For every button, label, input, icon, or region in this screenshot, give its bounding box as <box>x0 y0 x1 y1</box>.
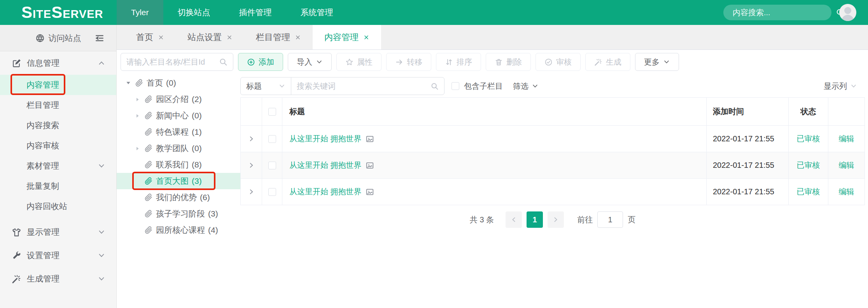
search-icon[interactable] <box>430 82 439 90</box>
caret-right-icon[interactable] <box>135 113 140 119</box>
content-title-link[interactable]: 从这里开始 拥抱世界 <box>289 134 374 144</box>
close-icon[interactable] <box>226 34 233 40</box>
field-select[interactable]: 标题 <box>241 77 291 95</box>
row-title-cell: 从这里开始 拥抱世界 <box>282 152 707 178</box>
sidebar: 访问站点 信息管理 内容管理 栏目管理 内容搜索 内容审核 素材管理 <box>0 25 117 308</box>
row-checkbox[interactable] <box>268 162 276 169</box>
nav-item-tyler[interactable]: Tyler <box>117 0 163 25</box>
status-badge[interactable]: 已审核 <box>797 160 820 171</box>
tab-content-management[interactable]: 内容管理 <box>313 25 381 49</box>
close-icon[interactable] <box>363 34 369 40</box>
tree-item-featured-courses[interactable]: 特色课程 (1) <box>117 124 240 140</box>
attribute-button[interactable]: 属性 <box>336 53 382 71</box>
row-expand-cell[interactable] <box>241 152 262 178</box>
close-icon[interactable] <box>158 34 164 40</box>
row-checkbox[interactable] <box>268 188 276 196</box>
sidebar-item-content-management[interactable]: 内容管理 <box>0 75 116 95</box>
edit-link[interactable]: 编辑 <box>839 187 854 197</box>
expand-header-cell <box>241 98 262 125</box>
generate-button[interactable]: 生成 <box>585 53 630 71</box>
row-checkbox[interactable] <box>268 135 276 143</box>
arrow-right-icon <box>395 58 403 66</box>
status-badge[interactable]: 已审核 <box>797 134 820 144</box>
paperclip-icon <box>145 144 152 152</box>
transfer-button[interactable]: 转移 <box>386 53 431 71</box>
tab-home[interactable]: 首页 <box>124 25 176 49</box>
tree-item-contact-us[interactable]: 联系我们 (8) <box>117 157 240 173</box>
channel-tree: 首页 (0) 园区介绍 (2) 新闻中心 (0) <box>117 74 240 308</box>
edit-link[interactable]: 编辑 <box>839 134 854 144</box>
content-area: 首页 (0) 园区介绍 (2) 新闻中心 (0) <box>117 74 868 308</box>
edit-link[interactable]: 编辑 <box>839 160 854 171</box>
sidebar-item-content-recycle-bin[interactable]: 内容回收站 <box>0 196 116 216</box>
tree-item-our-advantages[interactable]: 我们的优势 (6) <box>117 189 240 206</box>
tree-item-learning-stages[interactable]: 孩子学习阶段 (3) <box>117 206 240 222</box>
sidebar-item-batch-copy[interactable]: 批量复制 <box>0 176 116 196</box>
tree-item-label: 孩子学习阶段 <box>156 208 205 219</box>
close-icon[interactable] <box>295 34 301 40</box>
nav-item-system-management[interactable]: 系统管理 <box>286 0 348 25</box>
content-title-link[interactable]: 从这里开始 拥抱世界 <box>289 160 374 171</box>
caret-right-icon[interactable] <box>135 146 140 151</box>
delete-button[interactable]: 删除 <box>486 53 531 71</box>
total-count-label: 共 3 条 <box>470 215 494 225</box>
prev-page-button[interactable] <box>506 211 522 228</box>
nav-item-plugin-management[interactable]: 插件管理 <box>225 0 286 25</box>
chevron-right-icon[interactable] <box>248 135 255 143</box>
goto-page-input[interactable] <box>597 211 623 228</box>
display-columns-dropdown[interactable]: 显示列 <box>824 81 857 92</box>
sidebar-item-display-management[interactable]: 显示管理 <box>0 220 116 244</box>
generate-label: 生成 <box>606 57 621 67</box>
import-button[interactable]: 导入 <box>288 53 332 71</box>
collapse-menu-icon[interactable] <box>94 33 105 43</box>
filter-dropdown[interactable]: 筛选 <box>513 81 539 92</box>
caret-right-icon[interactable] <box>135 97 140 102</box>
tree-item-core-courses[interactable]: 园所核心课程 (4) <box>117 222 240 238</box>
column-search-box[interactable] <box>121 53 233 71</box>
page-number-button[interactable]: 1 <box>527 211 543 228</box>
sidebar-item-material-management[interactable]: 素材管理 <box>0 156 116 176</box>
sidebar-item-content-review[interactable]: 内容审核 <box>0 136 116 156</box>
visit-site-button[interactable]: 访问站点 <box>0 25 116 51</box>
user-avatar[interactable] <box>839 4 856 21</box>
content-list-pane: 标题 包含子栏目 筛选 <box>240 74 868 308</box>
tree-item-label: 新闻中心 <box>156 110 189 121</box>
caret-down-icon[interactable] <box>125 80 131 86</box>
select-all-checkbox[interactable] <box>268 108 276 116</box>
tree-item-news-center[interactable]: 新闻中心 (0) <box>117 107 240 124</box>
keyword-input[interactable] <box>297 82 430 91</box>
review-button[interactable]: 审核 <box>536 53 581 71</box>
sidebar-item-column-management[interactable]: 栏目管理 <box>0 95 116 115</box>
row-expand-cell[interactable] <box>241 126 262 152</box>
chevron-right-icon[interactable] <box>248 188 255 195</box>
sidebar-item-settings-management[interactable]: 设置管理 <box>0 244 116 267</box>
content-search-box[interactable] <box>723 5 831 20</box>
keyword-search-box[interactable] <box>291 77 444 95</box>
tree-item-park-intro[interactable]: 园区介绍 (2) <box>117 91 240 107</box>
sort-icon <box>445 58 453 66</box>
nav-item-switch-site[interactable]: 切换站点 <box>163 0 225 25</box>
chevron-right-icon[interactable] <box>248 162 255 169</box>
row-expand-cell[interactable] <box>241 179 262 205</box>
include-children-checkbox[interactable] <box>452 82 459 90</box>
tree-item-teaching-team[interactable]: 教学团队 (0) <box>117 140 240 157</box>
next-page-button[interactable] <box>548 211 564 228</box>
sort-button[interactable]: 排序 <box>436 53 481 71</box>
check-circle-icon <box>544 58 553 66</box>
tree-item-home-banner[interactable]: 首页大图 (3) <box>117 173 240 189</box>
tab-site-settings[interactable]: 站点设置 <box>176 25 244 49</box>
sidebar-item-content-search[interactable]: 内容搜索 <box>0 115 116 136</box>
sidebar-item-generate-management[interactable]: 生成管理 <box>0 267 116 290</box>
add-button[interactable]: 添加 <box>238 53 283 71</box>
content-search-input[interactable] <box>733 8 836 17</box>
sidebar-item-info-management[interactable]: 信息管理 <box>0 51 116 75</box>
more-button[interactable]: 更多 <box>635 53 679 71</box>
status-badge[interactable]: 已审核 <box>797 187 820 197</box>
filter-bar: 标题 包含子栏目 筛选 <box>240 77 865 95</box>
search-icon[interactable] <box>219 58 228 66</box>
content-title-link[interactable]: 从这里开始 拥抱世界 <box>289 187 374 197</box>
tree-item-home[interactable]: 首页 (0) <box>117 75 240 91</box>
tab-column-management[interactable]: 栏目管理 <box>244 25 313 49</box>
row-select-cell <box>262 179 282 205</box>
column-search-input[interactable] <box>126 58 219 67</box>
